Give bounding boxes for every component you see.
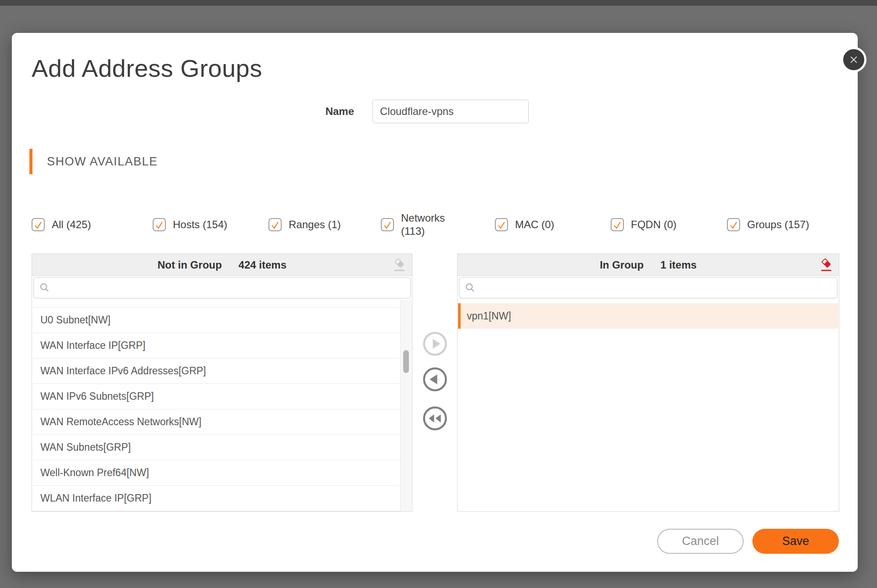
filter-mac[interactable]: MAC (0)	[495, 208, 554, 242]
backdrop-top-strip	[0, 0, 877, 6]
list-item[interactable]: WAN Subnets[GRP]	[32, 435, 399, 460]
filter-label: Groups (157)	[747, 218, 809, 231]
in-group-panel: In Group 1 items vpn1[NW]	[457, 254, 839, 512]
list-item-selected[interactable]: vpn1[NW]	[458, 303, 838, 329]
name-label: Name	[275, 100, 354, 123]
list-item[interactable]: WAN Interface IP[GRP]	[32, 333, 399, 359]
section-accent-bar	[29, 149, 32, 174]
checkbox-all[interactable]	[32, 218, 45, 231]
dialog-title: Add Address Groups	[32, 54, 262, 82]
checkmark-icon	[154, 219, 165, 231]
list-item[interactable]: Well-Known Pref64[NW]	[32, 460, 399, 486]
scrollbar-track[interactable]	[400, 300, 412, 511]
not-in-group-search[interactable]	[33, 277, 411, 298]
checkmark-icon	[382, 219, 393, 231]
filter-all[interactable]: All (425)	[32, 208, 91, 242]
panel-item-count: 424 items	[239, 259, 286, 271]
clear-selection-button[interactable]	[392, 257, 408, 273]
eraser-icon	[819, 257, 834, 273]
filter-groups[interactable]: Groups (157)	[727, 208, 809, 242]
checkbox-fqdn[interactable]	[611, 218, 624, 231]
filter-hosts[interactable]: Hosts (154)	[153, 208, 227, 242]
name-input[interactable]	[372, 100, 529, 123]
partial-row	[32, 300, 399, 308]
eraser-icon	[392, 257, 408, 273]
checkbox-networks[interactable]	[381, 218, 394, 231]
panel-item-count: 1 items	[660, 259, 697, 271]
checkmark-icon	[496, 219, 507, 231]
close-icon	[847, 53, 860, 66]
in-group-header: In Group 1 items	[458, 254, 839, 276]
filter-label: Hosts (154)	[173, 218, 227, 231]
close-button[interactable]	[841, 47, 866, 72]
add-address-groups-dialog: Add Address Groups Name SHOW AVAILABLE A…	[12, 33, 858, 572]
search-icon	[39, 282, 50, 294]
filter-ranges[interactable]: Ranges (1)	[268, 208, 341, 242]
checkbox-groups[interactable]	[727, 218, 740, 231]
arrow-right-icon	[422, 331, 447, 356]
list-item[interactable]: U0 Subnet[NW]	[32, 308, 399, 333]
scrollbar-thumb[interactable]	[403, 350, 409, 373]
checkmark-icon	[269, 219, 281, 231]
filter-label: Ranges (1)	[289, 218, 341, 231]
move-right-button[interactable]	[422, 331, 447, 356]
panel-title: In Group	[600, 259, 644, 271]
checkbox-ranges[interactable]	[268, 218, 282, 231]
checkbox-hosts[interactable]	[153, 218, 166, 231]
not-in-group-header: Not in Group 424 items	[32, 254, 412, 276]
checkbox-mac[interactable]	[495, 218, 508, 231]
filter-label: FQDN (0)	[631, 218, 677, 231]
checkmark-icon	[728, 219, 739, 231]
list-item[interactable]: WLAN Interface IP[GRP]	[32, 486, 399, 511]
section-label: SHOW AVAILABLE	[47, 149, 158, 174]
list-item[interactable]: WAN RemoteAccess Networks[NW]	[32, 409, 399, 435]
in-group-list: vpn1[NW]	[458, 300, 838, 511]
checkmark-icon	[612, 219, 623, 231]
cancel-button[interactable]: Cancel	[657, 529, 744, 554]
search-input[interactable]	[55, 278, 410, 298]
arrow-left-icon	[422, 367, 447, 392]
filter-label: All (425)	[52, 218, 91, 231]
filter-networks[interactable]: Networks (113)	[381, 208, 450, 242]
double-arrow-left-icon	[422, 406, 447, 431]
move-left-button[interactable]	[422, 367, 447, 392]
filter-label: MAC (0)	[515, 218, 554, 231]
save-button[interactable]: Save	[752, 529, 839, 554]
in-group-search[interactable]	[459, 277, 838, 298]
checkmark-icon	[32, 219, 44, 231]
search-icon	[465, 282, 476, 294]
not-in-group-list: U0 Subnet[NW] WAN Interface IP[GRP] WAN …	[32, 300, 399, 511]
move-all-left-button[interactable]	[422, 406, 447, 431]
not-in-group-panel: Not in Group 424 items U0 Subne	[32, 254, 412, 512]
filter-fqdn[interactable]: FQDN (0)	[611, 208, 677, 242]
filter-label: Networks (113)	[401, 212, 450, 238]
list-item[interactable]: WAN IPv6 Subnets[GRP]	[32, 384, 399, 409]
panel-title: Not in Group	[158, 259, 222, 271]
search-input[interactable]	[480, 278, 837, 298]
clear-group-button[interactable]	[819, 257, 834, 273]
list-item[interactable]: WAN Interface IPv6 Addresses[GRP]	[32, 359, 399, 384]
